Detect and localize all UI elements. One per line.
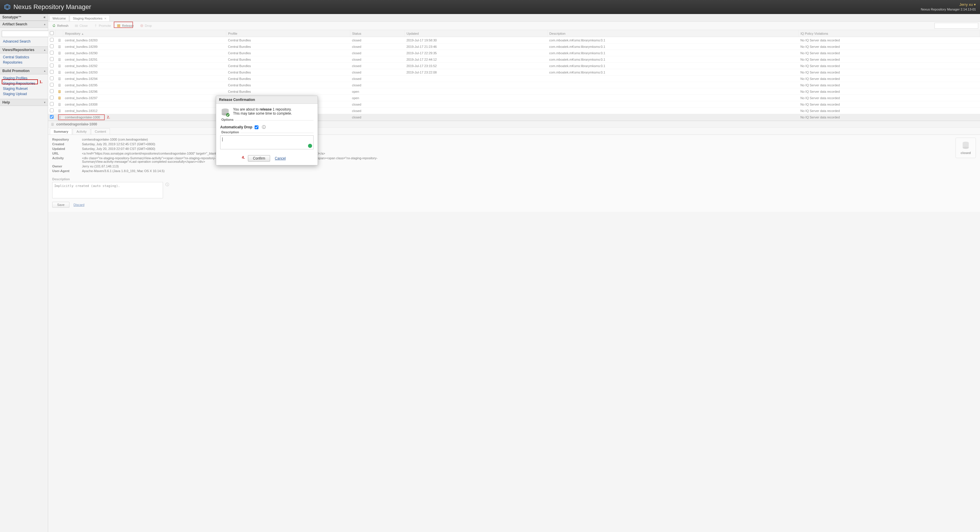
app-title: Nexus Repository Manager: [13, 3, 91, 11]
auto-drop-label: Automatically Drop: [220, 125, 252, 129]
chevron-up-icon: ▴: [44, 23, 46, 25]
modal-description-textarea[interactable]: [220, 135, 313, 149]
product-version: Nexus Repository Manager 2.14.13-01: [921, 7, 976, 11]
sidebar-group-label: Artifact Search: [2, 22, 27, 26]
advanced-search-link[interactable]: Advanced Search: [0, 39, 48, 44]
sidebar-group-label: Help: [2, 100, 10, 104]
sidebar-item-staging-upload[interactable]: Staging Upload: [0, 91, 48, 97]
content-area: Welcome Staging Repositories✕ Refresh Cl…: [48, 14, 980, 532]
artifact-search-input[interactable]: [2, 30, 54, 37]
sonatype-bar[interactable]: Sonatype™ «: [0, 14, 48, 21]
sidebar-item-staging-ruleset[interactable]: Staging Ruleset: [0, 86, 48, 91]
brand: Nexus Repository Manager: [4, 3, 91, 11]
sidebar-group-label: Views/Repositories: [2, 48, 34, 52]
chevron-down-icon: ▾: [974, 2, 976, 7]
modal-message: You are about to release 1 repository. T…: [233, 107, 292, 116]
cancel-link[interactable]: Cancel: [275, 156, 286, 161]
sidebar-group-artifact-search[interactable]: Artifact Search ▴: [0, 21, 48, 28]
sidebar-group-build-promotion[interactable]: Build Promotion ▴: [0, 67, 48, 74]
options-legend: Options: [220, 118, 235, 121]
annotation-1: 1.: [40, 80, 43, 84]
sidebar-item-repositories[interactable]: Repositories: [0, 60, 48, 65]
help-icon[interactable]: ⓘ: [262, 124, 266, 130]
sonatype-label: Sonatype™: [2, 15, 22, 19]
grammarly-icon: [308, 144, 312, 148]
username-menu[interactable]: Jerry xu ▾: [921, 2, 976, 7]
release-confirmation-modal: Release Confirmation You are about to re…: [216, 96, 318, 166]
description-legend: Description: [220, 131, 240, 134]
user-info: Jerry xu ▾ Nexus Repository Manager 2.14…: [921, 2, 976, 11]
sidebar-item-central-statistics[interactable]: Central Statistics: [0, 54, 48, 60]
database-icon: [220, 107, 230, 117]
auto-drop-checkbox[interactable]: [255, 126, 258, 129]
nexus-logo-icon: [4, 4, 11, 10]
modal-mask: [48, 14, 980, 532]
sidebar-group-help[interactable]: Help ▾: [0, 99, 48, 106]
chevron-up-icon: ▴: [44, 69, 46, 72]
collapse-icon: «: [43, 15, 46, 19]
svg-marker-0: [5, 4, 10, 10]
sidebar-group-label: Build Promotion: [2, 69, 29, 73]
sidebar-group-views[interactable]: Views/Repositories ▴: [0, 46, 48, 53]
svg-marker-1: [6, 5, 9, 8]
modal-title: Release Confirmation: [216, 96, 318, 104]
chevron-down-icon: ▾: [44, 101, 46, 104]
chevron-up-icon: ▴: [44, 48, 46, 51]
annotation-4: 4.: [242, 155, 245, 159]
app-header: Nexus Repository Manager Jerry xu ▾ Nexu…: [0, 0, 980, 14]
confirm-button[interactable]: Confirm: [248, 155, 270, 162]
sidebar: Sonatype™ « Artifact Search ▴ 🔍 Advanced…: [0, 14, 48, 532]
